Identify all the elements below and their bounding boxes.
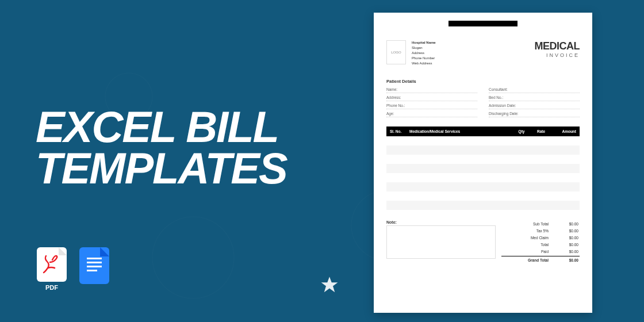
patient-bed: Bed No.: (489, 94, 580, 101)
invoice-header-left: LOGO Hospital Name Slogan Address Phone … (386, 40, 436, 66)
table-row (386, 136, 580, 145)
hospital-slogan: Slogan (412, 45, 436, 51)
hospital-name: Hospital Name (412, 40, 436, 45)
invoice-header-right: MEDICAL INVOICE (535, 40, 580, 66)
invoice-header: LOGO Hospital Name Slogan Address Phone … (386, 40, 580, 66)
hospital-address: Address (412, 51, 436, 56)
table-row (386, 191, 580, 201)
docs-lines-icon (87, 258, 102, 274)
title-line-2: TEMPLATES (36, 148, 287, 189)
total-grand: Grand Total$0.00 (501, 256, 580, 264)
google-docs-icon (79, 247, 109, 284)
document-title: MEDICAL (535, 40, 580, 52)
invoice-top-bar (448, 21, 518, 26)
col-qty: Qty (513, 129, 530, 133)
table-row (386, 155, 580, 164)
invoice-preview: LOGO Hospital Name Slogan Address Phone … (374, 13, 592, 313)
hospital-info: Hospital Name Slogan Address Phone Numbe… (412, 40, 436, 66)
note-label: Note: (386, 220, 496, 224)
total-subtotal: Sub Total$0.00 (501, 220, 580, 227)
note-box (386, 225, 496, 259)
note-section: Note: (386, 220, 496, 264)
patient-admission: Admission Date: (489, 102, 580, 109)
table-row (386, 201, 580, 210)
patient-details-heading: Patient Details (386, 79, 580, 84)
table-row (386, 182, 580, 191)
pdf-label: PDF (45, 284, 58, 291)
patient-address: Address: (386, 94, 477, 101)
pdf-file-icon: PDF (36, 247, 68, 291)
total-tax: Tax 5%$0.00 (501, 227, 580, 234)
document-subtitle: INVOICE (535, 52, 580, 58)
hospital-web: Web Address (412, 61, 436, 66)
patient-discharge: Discharging Date: (489, 110, 580, 117)
hospital-phone: Phone Number (412, 56, 436, 61)
star-icon (321, 276, 338, 293)
patient-consultant: Consultant: (489, 86, 580, 93)
totals-section: Sub Total$0.00 Tax 5%$0.00 Med Claim$0.0… (501, 220, 580, 264)
invoice-table-header: Sl. No. Medication/Medical Services Qty … (386, 126, 580, 136)
title-line-1: EXCEL BILL (36, 106, 287, 148)
patient-details-grid: Name: Consultant: Address: Bed No.: Phon… (386, 86, 580, 117)
col-slno: Sl. No. (390, 129, 409, 133)
table-row (386, 164, 580, 173)
col-amount: Amount (552, 129, 576, 133)
patient-name: Name: (386, 86, 477, 93)
total-total: Total$0.00 (501, 241, 580, 248)
total-medclaim: Med Claim$0.00 (501, 234, 580, 241)
page-title: EXCEL BILL TEMPLATES (36, 106, 287, 189)
file-type-icons: PDF (36, 247, 110, 291)
pdf-icon (37, 247, 67, 282)
table-row (386, 173, 580, 182)
logo-placeholder: LOGO (386, 40, 406, 64)
total-paid: Paid$0.00 (501, 248, 580, 255)
note-and-totals: Note: Sub Total$0.00 Tax 5%$0.00 Med Cla… (386, 220, 580, 264)
col-rate: Rate (530, 129, 552, 133)
patient-age: Age: (386, 110, 477, 117)
invoice-table-rows (386, 136, 580, 210)
table-row (386, 145, 580, 155)
patient-phone: Phone No.: (386, 102, 477, 109)
docs-file-icon (78, 247, 110, 284)
col-service: Medication/Medical Services (409, 129, 513, 133)
